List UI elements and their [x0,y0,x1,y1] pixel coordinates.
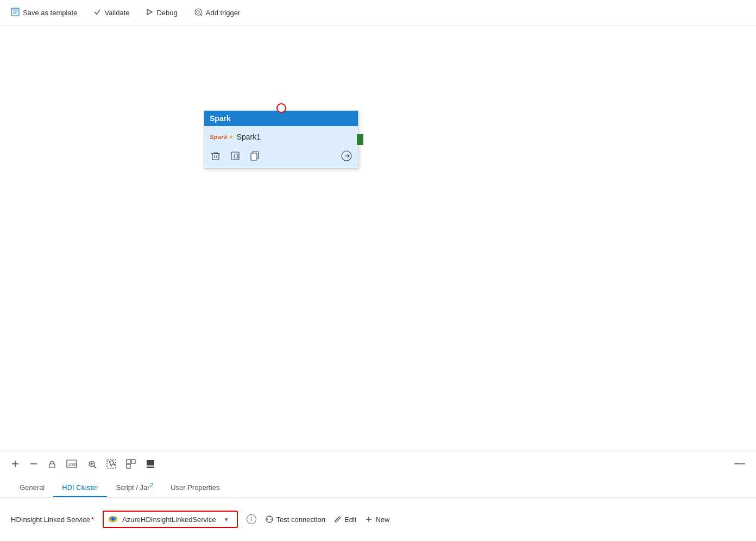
debug-label: Debug [156,9,177,17]
svg-point-30 [112,518,114,520]
dropdown-arrow-icon: ▼ [220,517,232,523]
linked-service-dropdown-wrapper: AzureHDInsightLinkedService ▼ [103,511,238,528]
bottom-toolbar: 100% [0,451,756,476]
new-label: New [375,515,389,524]
zoom-100-button[interactable]: 100% [66,460,77,468]
tab-user-properties[interactable]: User Properties [162,479,228,497]
svg-text:{}: {} [233,154,239,159]
node-top-connector[interactable] [276,103,286,113]
edit-button[interactable]: Edit [334,515,356,524]
svg-rect-27 [147,467,154,468]
edit-label: Edit [344,515,356,524]
spark-activity-name: Spark1 [237,133,261,141]
svg-line-21 [94,466,96,468]
pipeline-canvas[interactable]: Spark Spark✦ Spark1 [0,26,756,451]
linked-service-label: HDInsight Linked Service * [11,515,94,524]
debug-icon [146,8,153,17]
lock-button[interactable] [48,460,56,468]
validate-icon [93,8,101,17]
validate-button[interactable]: Validate [93,8,129,17]
svg-marker-2 [147,9,152,15]
linked-service-value: AzureHDInsightLinkedService [122,515,216,524]
zoom-in-button[interactable] [11,460,20,468]
save-template-label: Save as template [23,9,77,17]
svg-rect-5 [212,154,219,160]
zoom-out-button[interactable] [29,460,38,468]
script-jar-badge: 2 [150,482,154,488]
spark-node-title: Spark [210,114,231,123]
spark-logo: Spark✦ [210,134,232,140]
linked-service-icon [108,514,118,524]
spark-node-header: Spark [204,111,358,126]
svg-rect-17 [49,464,55,468]
validate-label: Validate [104,9,129,17]
spark-activity-node[interactable]: Spark Spark✦ Spark1 [204,110,358,169]
svg-rect-1 [12,8,18,11]
goto-settings-button[interactable] [341,150,352,162]
node-right-connector[interactable] [357,134,363,145]
svg-line-4 [200,14,202,16]
required-star: * [91,515,94,524]
auto-layout-button[interactable] [126,459,136,469]
spark-node-body: Spark✦ Spark1 [204,126,358,168]
save-template-button[interactable]: Save as template [11,8,77,18]
svg-rect-12 [251,153,257,160]
tabs-bar: General HDI Cluster Script / Jar2 User P… [0,476,756,498]
tab-script-jar[interactable]: Script / Jar2 [107,478,162,497]
layers-button[interactable] [146,459,155,469]
add-trigger-button[interactable]: Add trigger [194,8,241,18]
svg-text:100%: 100% [68,462,77,467]
properties-panel: HDInsight Linked Service * AzureHDInsigh… [0,498,756,541]
svg-rect-26 [147,460,154,465]
new-button[interactable]: New [365,515,389,524]
test-connection-label: Test connection [276,515,325,524]
linked-service-dropdown[interactable]: AzureHDInsightLinkedService ▼ [104,512,237,527]
test-connection-button[interactable]: Test connection [265,515,325,524]
tab-general[interactable]: General [11,479,53,497]
info-icon[interactable]: i [247,514,256,524]
svg-rect-23 [127,460,130,463]
spark-node-title-row: Spark✦ Spark1 [210,133,352,141]
select-button[interactable] [106,459,116,469]
add-trigger-icon [194,8,203,18]
svg-rect-25 [127,464,130,468]
top-toolbar: Save as template Validate Debug Add trig… [0,0,756,26]
copy-activity-button[interactable] [249,150,261,162]
delete-activity-button[interactable] [210,150,222,162]
debug-button[interactable]: Debug [146,8,177,17]
add-trigger-label: Add trigger [206,9,241,17]
parameters-button[interactable]: {} [229,150,241,162]
save-template-icon [11,8,20,18]
tab-hdi-cluster[interactable]: HDI Cluster [53,479,107,497]
panel-resize-handle[interactable] [734,463,745,464]
spark-node-actions: {} [210,150,352,162]
fit-screen-button[interactable] [87,459,97,469]
